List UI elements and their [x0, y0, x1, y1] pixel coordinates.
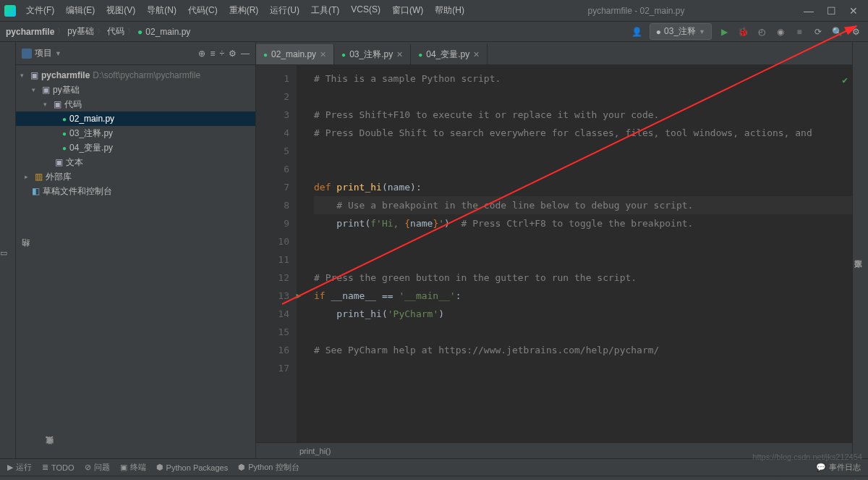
python-console-tab[interactable]: ⬢ Python 控制台 [238, 462, 299, 473]
debug-button[interactable]: 🐞 [736, 25, 749, 38]
code-line[interactable]: # This is a sample Python script. [314, 70, 852, 88]
tree-root[interactable]: ▾▣ pycharmfile D:\soft\pycharm\pycharmfi… [16, 68, 255, 83]
line-number[interactable]: 7 [256, 178, 289, 196]
main-menu: 文件(F)编辑(E)视图(V)导航(N)代码(C)重构(R)运行(U)工具(T)… [22, 2, 469, 19]
breadcrumb-file[interactable]: 02_main.py [145, 27, 190, 37]
vcs-update-icon[interactable]: ⟳ [812, 25, 825, 38]
python-packages-tab[interactable]: ⬢ Python Packages [156, 463, 229, 472]
close-tab-icon[interactable]: ✕ [320, 50, 326, 59]
line-number[interactable]: 4 [256, 124, 289, 142]
right-tool-strip: 数据库 SciView [852, 42, 868, 458]
event-log-tab[interactable]: 💬 事件日志 [816, 462, 861, 473]
tree-file[interactable]: ● 02_main.py [16, 111, 255, 126]
code-line[interactable] [314, 323, 852, 341]
terminal-tool-tab[interactable]: ▣ 终端 [120, 462, 146, 473]
code-line[interactable] [314, 359, 852, 377]
maximize-button[interactable]: ☐ [827, 5, 836, 17]
tree-file[interactable]: ● 03_注释.py [16, 126, 255, 140]
chevron-down-icon[interactable]: ▼ [55, 50, 61, 57]
menu-item[interactable]: 工具(T) [307, 2, 344, 19]
run-button[interactable]: ▶ [718, 25, 731, 38]
line-number[interactable]: 1 [256, 70, 289, 88]
minimize-button[interactable]: — [804, 5, 814, 17]
code-content[interactable]: ✔ # This is a sample Python script. # Pr… [297, 65, 852, 442]
expand-all-icon[interactable]: ≡ [210, 49, 215, 59]
menu-item[interactable]: 重构(R) [225, 2, 263, 19]
line-number[interactable]: 2 [256, 88, 289, 106]
tree-folder[interactable]: ▾▣ py基础 [16, 83, 255, 97]
editor-tab[interactable]: ●02_main.py✕ [256, 44, 334, 64]
todo-tool-tab[interactable]: ≣ TODO [42, 463, 75, 472]
line-number[interactable]: 6 [256, 160, 289, 178]
tree-external-libs[interactable]: ▸▥ 外部库 [16, 169, 255, 184]
tree-folder[interactable]: ▣ 文本 [16, 155, 255, 169]
code-line[interactable]: # See PyCharm help at https://www.jetbra… [314, 341, 852, 359]
project-tool-tab[interactable]: ▭ [0, 248, 7, 258]
tree-item-label: 外部库 [46, 171, 72, 183]
line-number[interactable]: 8 [256, 196, 289, 214]
problems-tool-tab[interactable]: ⊘ 问题 [85, 462, 110, 473]
menu-item[interactable]: VCS(S) [346, 2, 385, 19]
editor-tab[interactable]: ●04_变量.py✕ [411, 44, 488, 64]
settings-icon[interactable]: ⚙ [229, 49, 237, 59]
breadcrumb-item[interactable]: py基础 [67, 25, 94, 38]
editor-tabs: ●02_main.py✕●03_注释.py✕●04_变量.py✕ [256, 42, 852, 65]
code-line[interactable] [314, 232, 852, 250]
code-line[interactable]: # Press the green button in the gutter t… [314, 269, 852, 287]
close-button[interactable]: ✕ [849, 5, 858, 17]
run-config-selector[interactable]: ● 03_注释 ▼ [650, 23, 712, 40]
line-number[interactable]: 14 [256, 305, 289, 323]
line-number[interactable]: 3 [256, 106, 289, 124]
code-line[interactable] [314, 160, 852, 178]
editor-tab[interactable]: ●03_注释.py✕ [334, 44, 411, 64]
menu-item[interactable]: 帮助(H) [430, 2, 469, 19]
code-editor[interactable]: 1234567891011121314151617 ✔ # This is a … [256, 65, 852, 442]
code-line[interactable]: if __name__ == '__main__': [314, 287, 852, 305]
line-number[interactable]: 17 [256, 359, 289, 377]
line-number[interactable]: 13 [256, 287, 289, 305]
code-line[interactable] [314, 88, 852, 106]
menu-item[interactable]: 文件(F) [22, 2, 59, 19]
line-number[interactable]: 9 [256, 214, 289, 232]
hide-icon[interactable]: — [241, 49, 250, 59]
python-file-icon: ● [418, 51, 422, 59]
breadcrumb-root[interactable]: pycharmfile [6, 27, 54, 37]
menu-item[interactable]: 编辑(E) [61, 2, 99, 19]
tree-scratches[interactable]: ◧ 草稿文件和控制台 [16, 184, 255, 198]
menu-item[interactable]: 代码(C) [184, 2, 222, 19]
coverage-button[interactable]: ◴ [755, 25, 768, 38]
line-number[interactable]: 10 [256, 232, 289, 250]
line-number[interactable]: 12 [256, 269, 289, 287]
line-number[interactable]: 15 [256, 323, 289, 341]
tree-file[interactable]: ● 04_变量.py [16, 140, 255, 155]
collapse-icon[interactable]: ÷ [219, 49, 224, 59]
inspection-ok-icon[interactable]: ✔ [842, 71, 848, 89]
locate-icon[interactable]: ⊕ [198, 49, 205, 59]
code-line[interactable]: # Use a breakpoint in the code line belo… [314, 196, 852, 214]
menu-item[interactable]: 运行(U) [265, 2, 304, 19]
search-button[interactable]: 🔍 [830, 25, 843, 38]
menu-item[interactable]: 导航(N) [142, 2, 181, 19]
tree-folder[interactable]: ▾▣ 代码 [16, 97, 255, 111]
line-number[interactable]: 16 [256, 341, 289, 359]
line-number[interactable]: 11 [256, 250, 289, 269]
close-tab-icon[interactable]: ✕ [396, 50, 403, 59]
code-line[interactable]: # Press Double Shift to search everywher… [314, 124, 852, 142]
menu-item[interactable]: 窗口(W) [388, 2, 427, 19]
settings-button[interactable]: ⚙ [849, 25, 862, 38]
code-line[interactable]: def print_hi(name): [314, 178, 852, 196]
stop-button[interactable]: ■ [793, 25, 806, 38]
menu-item[interactable]: 视图(V) [102, 2, 140, 19]
code-line[interactable] [314, 142, 852, 160]
close-tab-icon[interactable]: ✕ [473, 50, 480, 59]
breadcrumb-item[interactable]: 代码 [107, 25, 124, 38]
project-sidebar: 项目 ▼ ⊕ ≡ ÷ ⚙ — ▾▣ pycharmfile D:\soft\py… [16, 42, 256, 458]
line-number[interactable]: 5 [256, 142, 289, 160]
code-line[interactable] [314, 250, 852, 269]
code-line[interactable]: print(f'Hi, {name}') # Press Ctrl+F8 to … [314, 214, 852, 232]
add-user-icon[interactable]: 👤 [631, 25, 644, 38]
code-line[interactable]: print_hi('PyCharm') [314, 305, 852, 323]
profile-button[interactable]: ◉ [774, 25, 787, 38]
run-tool-tab[interactable]: ▶ 运行 [7, 462, 32, 473]
code-line[interactable]: # Press Shift+F10 to execute it or repla… [314, 106, 852, 124]
